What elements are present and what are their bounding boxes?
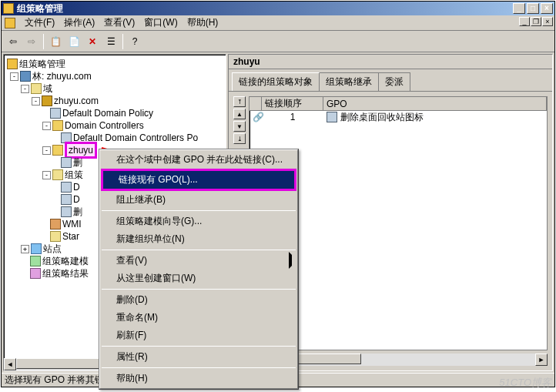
- scroll-left-icon[interactable]: ◄: [4, 358, 16, 370]
- tree-root[interactable]: 组策略管理: [19, 58, 65, 70]
- gpo-icon: [61, 157, 72, 168]
- collapse-icon[interactable]: -: [32, 97, 40, 106]
- collapse-icon[interactable]: -: [42, 122, 51, 130]
- tree-gp-d2[interactable]: D: [73, 193, 80, 206]
- ctx-create-gpo[interactable]: 在这个域中创建 GPO 并在此处链接(C)...: [101, 151, 296, 169]
- watermark: 51CTO博客: [499, 376, 551, 390]
- cell-gpo: 删除桌面回收站图标: [340, 111, 424, 124]
- mdi-close-button[interactable]: ×: [542, 17, 553, 26]
- details-header: zhuyu: [229, 55, 552, 69]
- tree-zhuyu-child[interactable]: 删: [73, 156, 82, 169]
- col-link-order[interactable]: 链接顺序: [262, 97, 323, 110]
- app-icon: [3, 3, 14, 14]
- tab-inheritance[interactable]: 组策略继承: [319, 72, 379, 91]
- expand-icon[interactable]: +: [21, 245, 29, 253]
- mdi-restore-button[interactable]: ❐: [531, 17, 541, 26]
- tab-delegation[interactable]: 委派: [378, 72, 410, 91]
- forest-icon: [20, 71, 31, 82]
- folder-icon: [52, 169, 63, 180]
- close-button[interactable]: ×: [541, 3, 553, 14]
- modeling-icon: [30, 256, 41, 266]
- separator: [102, 250, 296, 250]
- folder-icon: [31, 83, 42, 94]
- toolbar: ⇦ ⇨ 📋 📄 ✕ ☰ ?: [2, 31, 554, 52]
- collapse-icon[interactable]: -: [21, 85, 29, 93]
- maximize-button[interactable]: □: [527, 3, 539, 14]
- collapse-icon[interactable]: -: [42, 146, 51, 155]
- highlight-annotation: 链接现有 GPO(L)...: [101, 169, 296, 191]
- separator: [102, 210, 296, 211]
- tree-ddp[interactable]: Default Domain Policy: [62, 107, 153, 119]
- ctx-properties[interactable]: 属性(R): [101, 348, 296, 366]
- collapse-icon[interactable]: -: [10, 72, 18, 81]
- tree-modeling[interactable]: 组策略建模: [42, 255, 89, 267]
- scroll-right-icon[interactable]: ►: [535, 353, 548, 366]
- wmi-icon: [50, 219, 61, 230]
- move-bottom-button[interactable]: ⤓: [233, 133, 246, 144]
- ctx-new-ou[interactable]: 新建组织单位(N): [101, 230, 296, 248]
- help-button[interactable]: ?: [126, 33, 143, 50]
- ctx-refresh[interactable]: 刷新(F): [101, 327, 296, 344]
- gpo-icon: [61, 194, 72, 205]
- ctx-rename[interactable]: 重命名(M): [101, 309, 296, 327]
- forward-button[interactable]: ⇨: [23, 33, 40, 50]
- ou-icon: [52, 120, 63, 131]
- ctx-link-gpo[interactable]: 链接现有 GPO(L)...: [103, 171, 294, 189]
- separator: [102, 289, 296, 290]
- tree-sites[interactable]: 站点: [43, 243, 62, 255]
- tree-forest[interactable]: 林: zhuyu.com: [32, 70, 92, 82]
- tree-star[interactable]: Star: [62, 230, 79, 243]
- properties-button[interactable]: ☰: [102, 33, 119, 50]
- tree-gp-d[interactable]: D: [73, 181, 80, 193]
- menu-window[interactable]: 窗口(W): [139, 15, 182, 31]
- domain-icon: [42, 95, 52, 106]
- list-header: 链接顺序 GPO: [250, 97, 547, 111]
- tree-dc[interactable]: Domain Controllers: [65, 119, 144, 132]
- menu-help[interactable]: 帮助(H): [183, 15, 223, 31]
- move-up-button[interactable]: ▲: [233, 109, 246, 119]
- move-top-button[interactable]: ⤒: [233, 96, 246, 107]
- delete-button[interactable]: ✕: [84, 33, 101, 50]
- move-down-button[interactable]: ▼: [233, 121, 246, 132]
- menu-file[interactable]: 文件(F): [20, 15, 59, 31]
- ctx-help[interactable]: 帮助(H): [101, 370, 296, 387]
- menu-view[interactable]: 查看(V): [99, 15, 139, 31]
- ctx-block-inherit[interactable]: 阻止继承(B): [101, 191, 296, 209]
- minimize-button[interactable]: _: [513, 3, 525, 14]
- gpo-icon: [61, 206, 72, 217]
- ctx-modeling-wizard[interactable]: 组策略建模向导(G)...: [101, 213, 296, 230]
- tree-wmi[interactable]: WMI: [62, 218, 82, 230]
- separator: [102, 346, 296, 347]
- details-tabs: 链接的组策略对象 组策略继承 委派: [229, 69, 552, 92]
- mdi-minimize-button[interactable]: _: [519, 17, 530, 26]
- back-button[interactable]: ⇦: [5, 33, 22, 50]
- up-button[interactable]: 📋: [47, 33, 64, 50]
- separator: [102, 367, 296, 368]
- gpo-icon: [61, 182, 72, 193]
- paste-button[interactable]: 📄: [65, 33, 82, 50]
- collapse-icon[interactable]: -: [42, 171, 51, 179]
- sites-icon: [31, 243, 42, 254]
- list-row[interactable]: 🔗 1 删除桌面回收站图标: [250, 111, 547, 123]
- window-title: 组策略管理: [17, 2, 513, 15]
- tab-linked-gpo[interactable]: 链接的组策略对象: [232, 72, 320, 91]
- ctx-delete[interactable]: 删除(D): [101, 291, 296, 309]
- tree-gp-objects[interactable]: 组策: [65, 169, 83, 181]
- titlebar[interactable]: 组策略管理 _ □ ×: [2, 2, 554, 15]
- tree-results[interactable]: 组策略结果: [42, 267, 89, 280]
- submenu-arrow-icon: [289, 255, 292, 266]
- col-gpo[interactable]: GPO: [323, 97, 547, 110]
- tree-domains[interactable]: 域: [43, 82, 52, 95]
- gpm-icon: [7, 59, 18, 69]
- results-icon: [30, 268, 41, 279]
- folder-icon: [50, 231, 61, 242]
- menu-action[interactable]: 操作(A): [59, 15, 99, 31]
- ctx-view[interactable]: 查看(V): [101, 252, 296, 270]
- tree-gp-del[interactable]: 删: [73, 206, 82, 218]
- menu-app-icon: [5, 18, 15, 28]
- ctx-new-window[interactable]: 从这里创建窗口(W): [101, 270, 296, 287]
- cell-order: 1: [262, 112, 323, 122]
- tree-domain[interactable]: zhuyu.com: [54, 95, 99, 107]
- ou-icon: [52, 145, 63, 156]
- context-menu: 在这个域中创建 GPO 并在此处链接(C)... 链接现有 GPO(L)... …: [99, 149, 299, 390]
